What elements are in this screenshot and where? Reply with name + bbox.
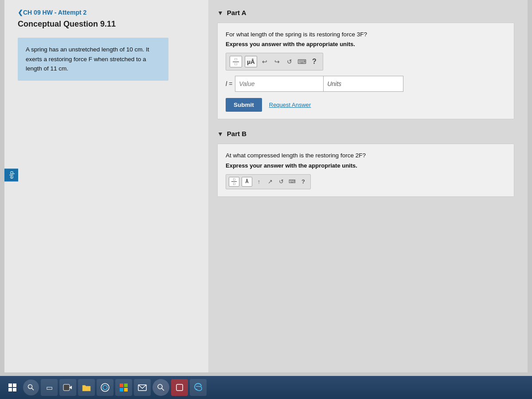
part-b-arrow1-icon[interactable]: ↑ <box>254 177 263 186</box>
svg-line-12 <box>162 388 164 391</box>
undo-icon[interactable]: ↩ <box>260 57 270 66</box>
part-a-express: Express you answer with the appropriate … <box>226 41 506 47</box>
svg-rect-2 <box>63 384 70 391</box>
part-b-section: ▼ Part B At what compressed length is th… <box>217 130 514 196</box>
elp-sidebar[interactable]: elp <box>4 168 18 181</box>
taskbar-red-app-button[interactable] <box>171 379 188 396</box>
part-a-label: Part A <box>227 9 246 16</box>
part-b-symbol-button[interactable]: Å <box>242 177 252 187</box>
redo-icon[interactable]: ↪ <box>272 57 282 66</box>
keyboard-icon[interactable]: ⌨ <box>297 57 307 66</box>
part-b-keyboard-icon[interactable]: ⌨ <box>288 177 297 186</box>
part-b-refresh-icon[interactable]: ↺ <box>277 177 286 186</box>
svg-rect-7 <box>124 383 128 387</box>
taskbar-search-button[interactable] <box>23 379 39 395</box>
part-a-answer-row: l = Units <box>226 76 506 92</box>
part-b-toolbar: □ □ Å ↑ ↗ ↺ ⌨ ? <box>226 174 311 189</box>
taskbar-edge-button[interactable] <box>190 379 207 396</box>
svg-rect-6 <box>120 383 123 387</box>
taskbar: ▭ <box>0 376 532 399</box>
refresh-icon[interactable]: ↺ <box>285 57 294 66</box>
svg-line-1 <box>32 388 34 391</box>
part-a-section: ▼ Part A For what length of the spring i… <box>217 9 514 119</box>
taskbar-folder-button[interactable] <box>78 379 95 396</box>
windows-start-button[interactable] <box>4 379 21 396</box>
value-input[interactable] <box>235 76 324 92</box>
part-b-header: ▼ Part B <box>217 130 514 137</box>
part-b-content: At what compressed length is the restori… <box>217 144 514 196</box>
request-answer-link[interactable]: Request Answer <box>269 102 311 108</box>
fraction-button[interactable]: □ □ <box>230 56 242 67</box>
svg-rect-9 <box>124 388 128 391</box>
svg-point-0 <box>28 385 32 389</box>
part-b-label: Part B <box>227 130 246 137</box>
taskbar-desktop-button[interactable]: ▭ <box>41 379 58 396</box>
left-panel: ❮CH 09 HW - Attempt 2 Conceptual Questio… <box>4 0 208 372</box>
part-b-arrow2-icon[interactable]: ↗ <box>266 177 274 186</box>
taskbar-video-button[interactable] <box>59 379 76 396</box>
submit-button[interactable]: Submit <box>226 98 262 112</box>
part-a-question: For what length of the spring is its res… <box>226 30 506 39</box>
taskbar-cortana-button[interactable] <box>97 379 113 396</box>
svg-point-11 <box>158 384 162 389</box>
part-b-arrow-icon: ▼ <box>217 130 223 137</box>
part-b-help-icon[interactable]: ? <box>299 177 308 186</box>
svg-point-5 <box>103 385 107 390</box>
svg-rect-8 <box>120 388 123 391</box>
taskbar-search2-button[interactable] <box>153 379 169 396</box>
page-title: Conceptual Question 9.11 <box>18 20 195 29</box>
right-panel: ▼ Part A For what length of the spring i… <box>208 0 528 372</box>
taskbar-mail-button[interactable] <box>134 379 151 396</box>
breadcrumb[interactable]: ❮CH 09 HW - Attempt 2 <box>18 9 195 16</box>
part-a-toolbar: □ □ μÅ ↩ ↪ ↺ ⌨ ? <box>226 53 323 70</box>
part-a-arrow-icon: ▼ <box>217 9 223 16</box>
part-a-button-row: Submit Request Answer <box>226 98 506 112</box>
svg-rect-13 <box>176 384 183 391</box>
help-icon[interactable]: ? <box>309 57 319 66</box>
mu-button[interactable]: μÅ <box>245 56 257 67</box>
part-a-header: ▼ Part A <box>217 9 514 16</box>
answer-label: l = <box>226 80 232 87</box>
svg-point-4 <box>101 383 109 391</box>
problem-text: A spring has an unstretched length of 10… <box>18 38 168 81</box>
part-b-express: Express your answer with the appropriate… <box>226 162 506 169</box>
part-b-question: At what compressed length is the restori… <box>226 151 506 160</box>
part-a-content: For what length of the spring is its res… <box>217 23 514 119</box>
units-display[interactable]: Units <box>324 76 403 92</box>
taskbar-windows-store-button[interactable] <box>115 379 132 396</box>
part-b-fraction-button[interactable]: □ □ <box>229 177 239 187</box>
